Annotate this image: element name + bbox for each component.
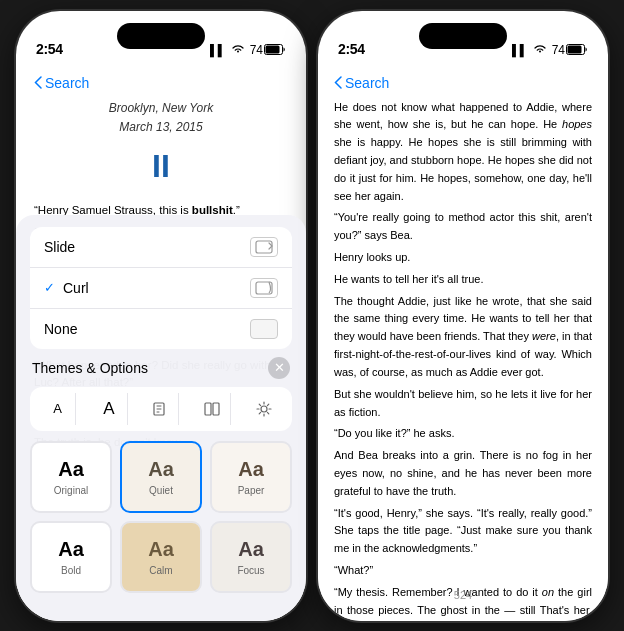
theme-label-focus: Focus: [237, 565, 264, 576]
theme-aa-focus: Aa: [238, 538, 264, 561]
status-time-left: 2:54: [36, 41, 63, 57]
slide-icon: [250, 237, 278, 257]
right-phone: 2:54 ▌▌ 74: [318, 11, 608, 621]
theme-label-original: Original: [54, 485, 88, 496]
theme-focus-card[interactable]: Aa Focus: [210, 521, 292, 593]
svg-point-7: [261, 406, 267, 412]
bottom-panel: Slide ✓ Curl: [16, 215, 306, 621]
theme-aa-quiet: Aa: [148, 458, 174, 481]
nav-bar-right: Search: [334, 71, 592, 99]
theme-aa-calm: Aa: [148, 538, 174, 561]
none-icon: [250, 319, 278, 339]
svg-rect-5: [205, 403, 211, 415]
nav-bar-left: Search: [34, 71, 288, 99]
slide-option-curl[interactable]: ✓ Curl: [30, 268, 292, 309]
theme-calm-card[interactable]: Aa Calm: [120, 521, 202, 593]
back-button-left[interactable]: Search: [34, 75, 89, 91]
reader-para-9: “It's good, Henry,” she says. “It's real…: [334, 505, 592, 558]
theme-cards-row-2: Aa Bold Aa Calm Aa Focus: [30, 521, 292, 593]
theme-label-quiet: Quiet: [149, 485, 173, 496]
theme-aa-paper: Aa: [238, 458, 264, 481]
themes-header: Themes & Options ✕: [30, 357, 292, 379]
status-icons-right: ▌▌ 74: [512, 43, 588, 57]
small-a-label: A: [53, 401, 62, 416]
book-header: Brooklyn, New York March 13, 2015 II: [34, 99, 288, 193]
themes-title: Themes & Options: [32, 360, 148, 376]
brightness-btn[interactable]: [246, 393, 282, 425]
layout-btn[interactable]: [195, 393, 231, 425]
left-phone: 2:54 ▌▌ 74: [16, 11, 306, 621]
slide-label: Slide: [44, 239, 75, 255]
reader-para-2: “You're really going to method actor thi…: [334, 209, 592, 245]
battery-icon: 74: [250, 43, 286, 57]
reader-content: Search He does not know what happened to…: [318, 63, 608, 621]
font-decrease-btn[interactable]: A: [40, 393, 76, 425]
svg-rect-6: [213, 403, 219, 415]
theme-label-paper: Paper: [238, 485, 265, 496]
reader-para-7: “Do you like it?” he asks.: [334, 425, 592, 443]
theme-bold-card[interactable]: Aa Bold: [30, 521, 112, 593]
back-button-right[interactable]: Search: [334, 75, 389, 91]
signal-icon: ▌▌: [210, 44, 226, 56]
reader-para-10: “What?”: [334, 562, 592, 580]
theme-paper-card[interactable]: Aa Paper: [210, 441, 292, 513]
font-style-btn[interactable]: [143, 393, 179, 425]
location-line1: Brooklyn, New York: [34, 99, 288, 118]
page-number: 524: [454, 589, 472, 601]
large-a-label: A: [103, 399, 114, 419]
curl-label: Curl: [63, 280, 89, 296]
theme-label-calm: Calm: [149, 565, 172, 576]
theme-label-bold: Bold: [61, 565, 81, 576]
reader-para-4: He wants to tell her it's all true.: [334, 271, 592, 289]
reader-para-8: And Bea breaks into a grin. There is no …: [334, 447, 592, 500]
theme-quiet-card[interactable]: Aa Quiet: [120, 441, 202, 513]
curl-icon: [250, 278, 278, 298]
battery-icon-r: 74: [552, 43, 588, 57]
chapter-number: II: [34, 141, 288, 192]
svg-rect-9: [568, 46, 582, 54]
check-icon: ✓: [44, 280, 55, 295]
back-label-right: Search: [345, 75, 389, 91]
reader-para-5: The thought Addie, just like he wrote, t…: [334, 293, 592, 382]
location-line2: March 13, 2015: [34, 118, 288, 137]
dynamic-island-right: [419, 23, 507, 49]
signal-icon-r: ▌▌: [512, 44, 528, 56]
phones-container: 2:54 ▌▌ 74: [0, 0, 624, 631]
theme-aa-bold: Aa: [58, 538, 84, 561]
theme-original-card[interactable]: Aa Original: [30, 441, 112, 513]
slide-option-slide[interactable]: Slide: [30, 227, 292, 268]
back-label-left: Search: [45, 75, 89, 91]
reader-para-1: He does not know what happened to Addie,…: [334, 99, 592, 206]
theme-aa-original: Aa: [58, 458, 84, 481]
svg-rect-1: [266, 46, 280, 54]
status-icons-left: ▌▌ 74: [210, 43, 286, 57]
wifi-icon-r: [533, 43, 547, 56]
slide-options: Slide ✓ Curl: [30, 227, 292, 349]
wifi-icon: [231, 43, 245, 56]
status-time-right: 2:54: [338, 41, 365, 57]
reader-para-6: But she wouldn't believe him, so he lets…: [334, 386, 592, 422]
reader-para-3: Henry looks up.: [334, 249, 592, 267]
slide-option-none[interactable]: None: [30, 309, 292, 349]
reader-text: He does not know what happened to Addie,…: [334, 99, 592, 621]
none-label: None: [44, 321, 77, 337]
dynamic-island: [117, 23, 205, 49]
font-controls: A A: [30, 387, 292, 431]
font-increase-btn[interactable]: A: [92, 393, 128, 425]
theme-cards-row-1: Aa Original Aa Quiet Aa Paper: [30, 441, 292, 513]
close-button[interactable]: ✕: [268, 357, 290, 379]
